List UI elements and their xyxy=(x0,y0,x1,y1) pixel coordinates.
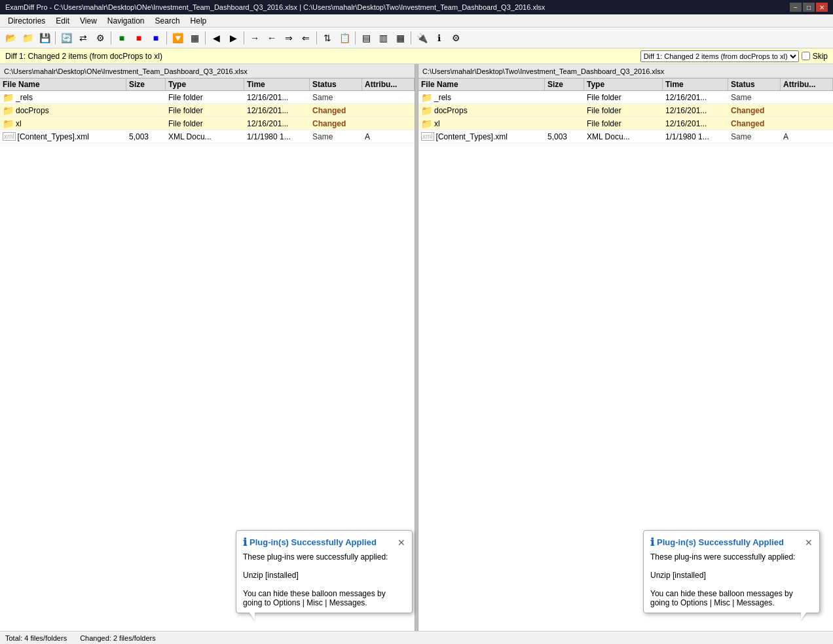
left-cell-xl-name: 📁xl xyxy=(0,118,126,130)
menu-edit[interactable]: Edit xyxy=(50,15,75,27)
right-path-bar: C:\Users\mahalr\Desktop\Two\Investment_T… xyxy=(418,64,833,79)
balloon-left: ℹ Plug-in(s) Successfully Applied ✕ Thes… xyxy=(236,530,413,613)
left-cell-rels-attrib xyxy=(362,97,415,98)
status-right: Changed: 2 files/folders xyxy=(80,634,156,642)
diff-controls: Diff 1: Changed 2 items (from docProps t… xyxy=(640,50,828,62)
left-cell-ct-type: XML Docu... xyxy=(166,132,244,142)
right-col-time[interactable]: Time xyxy=(663,79,728,90)
toolbar-copy-all-left[interactable]: ⇐ xyxy=(298,30,314,46)
status-left: Total: 4 files/folders xyxy=(5,634,67,642)
toolbar-copy-all-right[interactable]: ⇒ xyxy=(281,30,297,46)
skip-checkbox[interactable] xyxy=(802,52,810,60)
left-path-bar: C:\Users\mahalr\Desktop\ONe\Investment_T… xyxy=(0,64,415,79)
right-cell-ct-size: 5,003 xyxy=(545,132,584,142)
left-col-name[interactable]: File Name xyxy=(0,79,126,90)
toolbar-open-dir[interactable]: 📁 xyxy=(20,30,35,46)
toolbar-view3[interactable]: ▦ xyxy=(392,30,408,46)
toolbar-view2[interactable]: ▥ xyxy=(375,30,391,46)
right-cell-xl-size xyxy=(545,123,584,124)
toolbar-save[interactable]: 💾 xyxy=(37,30,52,46)
left-col-attrib[interactable]: Attribu... xyxy=(362,79,415,90)
toolbar-view1[interactable]: ▤ xyxy=(358,30,374,46)
balloon-right-tail xyxy=(801,613,806,620)
left-row-rels[interactable]: 📁_rels File folder 12/16/201... Same xyxy=(0,91,415,104)
balloon-left-title: ℹ Plug-in(s) Successfully Applied xyxy=(243,536,377,548)
left-col-time[interactable]: Time xyxy=(244,79,310,90)
toolbar-green-square[interactable]: ■ xyxy=(114,30,130,46)
left-col-status[interactable]: Status xyxy=(310,79,362,90)
right-col-name[interactable]: File Name xyxy=(418,79,545,90)
right-cell-xl-status: Changed xyxy=(728,118,781,129)
balloon-right-close[interactable]: ✕ xyxy=(805,538,813,547)
toolbar-red-square[interactable]: ■ xyxy=(131,30,147,46)
folder-icon-xl: 📁 xyxy=(3,118,14,129)
folder-icon-r: 📁 xyxy=(421,92,432,103)
toolbar-blue-square[interactable]: ■ xyxy=(148,30,164,46)
right-cell-ct-time: 1/1/1980 1... xyxy=(663,132,728,142)
toolbar-copy-to-left[interactable]: ← xyxy=(264,30,280,46)
toolbar-refresh[interactable]: 🔄 xyxy=(58,30,74,46)
right-row-rels[interactable]: 📁_rels File folder 12/16/201... Same xyxy=(418,91,833,104)
folder-icon: 📁 xyxy=(3,92,14,103)
toolbar-separator-7 xyxy=(355,31,356,45)
balloon-right-title: ℹ Plug-in(s) Successfully Applied xyxy=(650,536,784,548)
toolbar-separator-1 xyxy=(55,31,56,45)
right-row-docprops[interactable]: 📁docProps File folder 12/16/201... Chang… xyxy=(418,104,833,117)
menu-directories[interactable]: Directories xyxy=(3,15,50,27)
toolbar-open-file[interactable]: 📂 xyxy=(3,30,18,46)
left-row-xl[interactable]: 📁xl File folder 12/16/201... Changed xyxy=(0,117,415,130)
left-col-size[interactable]: Size xyxy=(126,79,166,90)
left-cell-rels-status: Same xyxy=(310,92,362,103)
balloon-right-line2: Unzip [installed] xyxy=(650,571,813,580)
title-bar: ExamDiff Pro - C:\Users\mahalr\Desktop\O… xyxy=(0,0,833,14)
toolbar-report[interactable]: 📋 xyxy=(337,30,352,46)
toolbar-settings2[interactable]: ⚙ xyxy=(448,30,464,46)
right-cell-xl-time: 12/16/201... xyxy=(663,118,728,129)
toolbar-separator-6 xyxy=(316,31,317,45)
left-row-content-types[interactable]: xml[Content_Types].xml 5,003 XML Docu...… xyxy=(0,130,415,143)
right-cell-rels-attrib xyxy=(781,97,833,98)
left-cell-xl-time: 12/16/201... xyxy=(244,118,310,129)
toolbar-columns[interactable]: ▦ xyxy=(187,30,202,46)
menu-navigation[interactable]: Navigation xyxy=(102,15,150,27)
folder-icon-docprops: 📁 xyxy=(3,105,14,116)
right-cell-ct-status: Same xyxy=(728,132,781,142)
right-header: File Name Size Type Time Status Attribu.… xyxy=(418,79,833,91)
right-row-content-types[interactable]: xml[Content_Types].xml 5,003 XML Docu...… xyxy=(418,130,833,143)
right-cell-docprops-time: 12/16/201... xyxy=(663,105,728,116)
toolbar-next[interactable]: ▶ xyxy=(225,30,241,46)
minimize-button[interactable]: − xyxy=(790,3,802,12)
left-cell-ct-time: 1/1/1980 1... xyxy=(244,132,310,142)
balloon-left-info-icon: ℹ xyxy=(243,536,247,548)
right-cell-docprops-type: File folder xyxy=(584,105,663,116)
right-row-xl[interactable]: 📁xl File folder 12/16/201... Changed xyxy=(418,117,833,130)
right-col-status[interactable]: Status xyxy=(728,79,781,90)
toolbar-separator-8 xyxy=(411,31,411,45)
right-col-type[interactable]: Type xyxy=(584,79,663,90)
right-col-size[interactable]: Size xyxy=(545,79,584,90)
toolbar: 📂 📁 💾 🔄 ⇄ ⚙ ■ ■ ■ 🔽 ▦ ◀ ▶ → ← ⇒ ⇐ ⇅ 📋 ▤ … xyxy=(0,27,833,48)
maximize-button[interactable]: □ xyxy=(803,3,815,12)
menu-view[interactable]: View xyxy=(75,15,102,27)
right-cell-ct-name: xml[Content_Types].xml xyxy=(418,131,545,142)
diff-selector[interactable]: Diff 1: Changed 2 items (from docProps t… xyxy=(640,50,799,62)
left-col-type[interactable]: Type xyxy=(166,79,244,90)
close-button[interactable]: ✕ xyxy=(816,3,828,12)
left-row-docprops[interactable]: 📁docProps File folder 12/16/201... Chang… xyxy=(0,104,415,117)
right-cell-rels-type: File folder xyxy=(584,92,663,103)
toolbar-about[interactable]: ℹ xyxy=(431,30,447,46)
toolbar-plugins[interactable]: 🔌 xyxy=(414,30,430,46)
balloon-left-close[interactable]: ✕ xyxy=(398,538,405,547)
toolbar-sync[interactable]: ⇅ xyxy=(320,30,335,46)
menu-search[interactable]: Search xyxy=(150,15,185,27)
toolbar-options[interactable]: ⚙ xyxy=(92,30,108,46)
toolbar-copy-to-right[interactable]: → xyxy=(247,30,263,46)
toolbar-swap[interactable]: ⇄ xyxy=(75,30,91,46)
right-col-attrib[interactable]: Attribu... xyxy=(781,79,833,90)
toolbar-prev[interactable]: ◀ xyxy=(208,30,224,46)
right-cell-docprops-name: 📁docProps xyxy=(418,105,545,116)
menu-help[interactable]: Help xyxy=(185,15,212,27)
menu-bar: Directories Edit View Navigation Search … xyxy=(0,14,833,27)
toolbar-filter[interactable]: 🔽 xyxy=(170,30,185,46)
right-cell-rels-status: Same xyxy=(728,92,781,103)
